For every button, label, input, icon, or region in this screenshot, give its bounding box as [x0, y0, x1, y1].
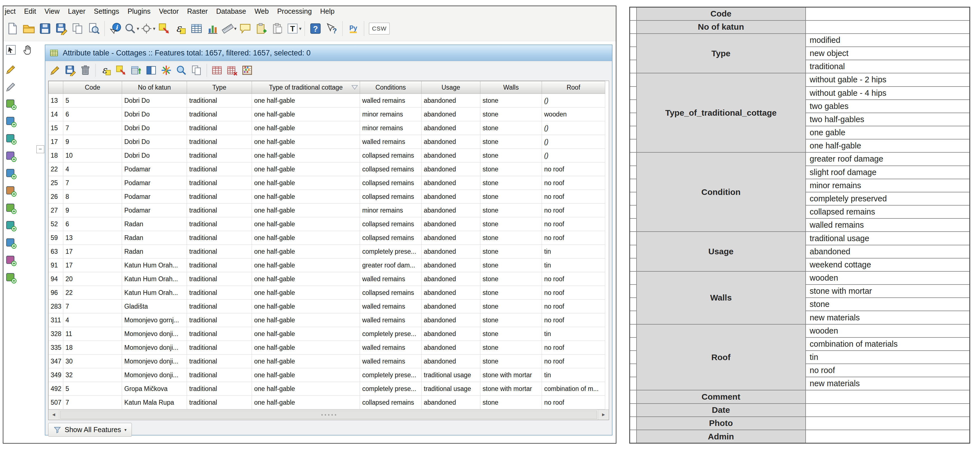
row-number-cell[interactable]: 507	[49, 396, 63, 409]
table-cell[interactable]: stone	[480, 300, 542, 314]
table-cell[interactable]: one half-gable	[252, 300, 360, 314]
table-cell[interactable]: tin	[542, 245, 605, 258]
table-cell[interactable]: greater roof dam...	[360, 258, 422, 272]
move-selection-top-icon[interactable]	[129, 63, 143, 77]
row-number-cell[interactable]: 335	[49, 341, 63, 355]
table-cell[interactable]: minor remains	[360, 204, 422, 217]
map-tips-icon[interactable]	[238, 21, 253, 36]
table-cell[interactable]: traditional	[187, 121, 252, 135]
row-number-cell[interactable]: 347	[49, 355, 63, 368]
table-cell[interactable]: stone	[480, 355, 542, 368]
new-column-icon[interactable]	[210, 63, 224, 77]
table-cell[interactable]: stone	[480, 314, 542, 327]
table-cell[interactable]: 22	[63, 286, 122, 300]
save-project-icon[interactable]	[38, 21, 52, 36]
table-cell[interactable]: abandoned	[422, 245, 480, 258]
menu-view[interactable]: View	[40, 7, 64, 15]
table-cell[interactable]: one half-gable	[252, 108, 360, 121]
table-cell[interactable]: abandoned	[422, 162, 480, 176]
add-wms-layer-icon[interactable]	[5, 202, 18, 215]
table-cell[interactable]: one half-gable	[252, 327, 360, 341]
table-cell[interactable]: wooden	[542, 108, 605, 121]
table-cell[interactable]: stone	[480, 217, 542, 231]
help-icon[interactable]: ?	[308, 21, 323, 36]
table-cell[interactable]: abandoned	[422, 108, 480, 121]
table-cell[interactable]: one half-gable	[252, 258, 360, 272]
table-cell[interactable]: one half-gable	[252, 204, 360, 217]
column-header-Roof[interactable]: Roof	[542, 81, 605, 94]
table-cell[interactable]: no roof	[542, 286, 605, 300]
table-cell[interactable]: ()	[542, 94, 605, 108]
table-cell[interactable]: 7	[63, 121, 122, 135]
row-number-cell[interactable]: 22	[49, 162, 63, 176]
row-number-cell[interactable]: 17	[49, 135, 63, 149]
row-number-cell[interactable]: 52	[49, 217, 63, 231]
pan-tool-icon[interactable]	[21, 43, 34, 56]
dropdown-arrow-icon[interactable]: ▾	[299, 26, 301, 32]
table-cell[interactable]: stone	[480, 94, 542, 108]
table-cell[interactable]: no roof	[542, 314, 605, 327]
horizontal-scrollbar[interactable]: ◄ ►	[48, 409, 609, 420]
table-cell[interactable]: stone	[480, 327, 542, 341]
row-number-cell[interactable]: 25	[49, 176, 63, 190]
table-cell[interactable]: no roof	[542, 396, 605, 409]
table-cell[interactable]: collapsed remains	[360, 162, 422, 176]
table-cell[interactable]: traditional	[187, 245, 252, 258]
table-cell[interactable]: stone	[480, 204, 542, 217]
table-cell[interactable]: one half-gable	[252, 217, 360, 231]
table-cell[interactable]: walled remains	[360, 355, 422, 368]
scrollbar-thumb[interactable]	[60, 411, 597, 419]
menu-processing[interactable]: Processing	[273, 7, 316, 15]
menu-layer[interactable]: Layer	[64, 7, 90, 15]
open-project-icon[interactable]	[21, 21, 37, 36]
table-cell[interactable]: Katun Mala Rupa	[122, 396, 187, 409]
table-cell[interactable]: one half-gable	[252, 382, 360, 396]
column-header-Usage[interactable]: Usage	[422, 81, 480, 94]
table-cell[interactable]: Podamar	[122, 190, 187, 204]
table-cell[interactable]: abandoned	[422, 231, 480, 245]
table-cell[interactable]: 17	[63, 258, 122, 272]
menu-settings[interactable]: Settings	[89, 7, 123, 15]
table-cell[interactable]: traditional	[187, 382, 252, 396]
menu-vector[interactable]: Vector	[155, 7, 183, 15]
table-cell[interactable]: ()	[542, 149, 605, 162]
draw-tool-icon[interactable]	[5, 80, 18, 93]
table-cell[interactable]: 5	[63, 94, 122, 108]
table-cell[interactable]: no roof	[542, 300, 605, 314]
table-cell[interactable]: completely prese...	[360, 327, 422, 341]
add-postgis-layer-icon[interactable]	[5, 132, 18, 145]
table-cell[interactable]: completely prese...	[360, 382, 422, 396]
table-cell[interactable]: abandoned	[422, 314, 480, 327]
table-cell[interactable]: Radan	[122, 245, 187, 258]
table-cell[interactable]: stone	[480, 176, 542, 190]
table-cell[interactable]: traditional	[187, 162, 252, 176]
new-bookmark-icon[interactable]	[254, 21, 269, 36]
table-cell[interactable]: traditional usage	[422, 368, 480, 382]
save-edits-icon[interactable]	[63, 63, 77, 77]
table-cell[interactable]: Momonjevo gornj...	[122, 314, 187, 327]
whats-this-icon[interactable]: ?	[324, 21, 339, 36]
table-cell[interactable]: ()	[542, 135, 605, 149]
python-console-icon[interactable]: Py	[346, 21, 361, 36]
table-cell[interactable]: abandoned	[422, 121, 480, 135]
table-cell[interactable]: abandoned	[422, 341, 480, 355]
table-cell[interactable]: walled remains	[360, 272, 422, 286]
table-cell[interactable]: stone	[480, 231, 542, 245]
table-cell[interactable]: stone	[480, 245, 542, 258]
table-cell[interactable]: one half-gable	[252, 314, 360, 327]
table-cell[interactable]: no roof	[542, 204, 605, 217]
table-cell[interactable]: traditional	[187, 231, 252, 245]
table-cell[interactable]: no roof	[542, 355, 605, 368]
table-cell[interactable]: traditional	[187, 258, 252, 272]
table-cell[interactable]: 18	[63, 341, 122, 355]
table-cell[interactable]: Katun Hum Orah...	[122, 272, 187, 286]
menu-raster[interactable]: Raster	[183, 7, 212, 15]
table-cell[interactable]: abandoned	[422, 327, 480, 341]
table-cell[interactable]: 8	[63, 190, 122, 204]
table-cell[interactable]: no roof	[542, 231, 605, 245]
table-cell[interactable]: Momonjevo donji...	[122, 368, 187, 382]
add-wfs-layer-icon[interactable]	[5, 237, 18, 250]
row-number-cell[interactable]: 283	[49, 300, 63, 314]
table-cell[interactable]: collapsed remains	[360, 217, 422, 231]
table-cell[interactable]: Radan	[122, 231, 187, 245]
